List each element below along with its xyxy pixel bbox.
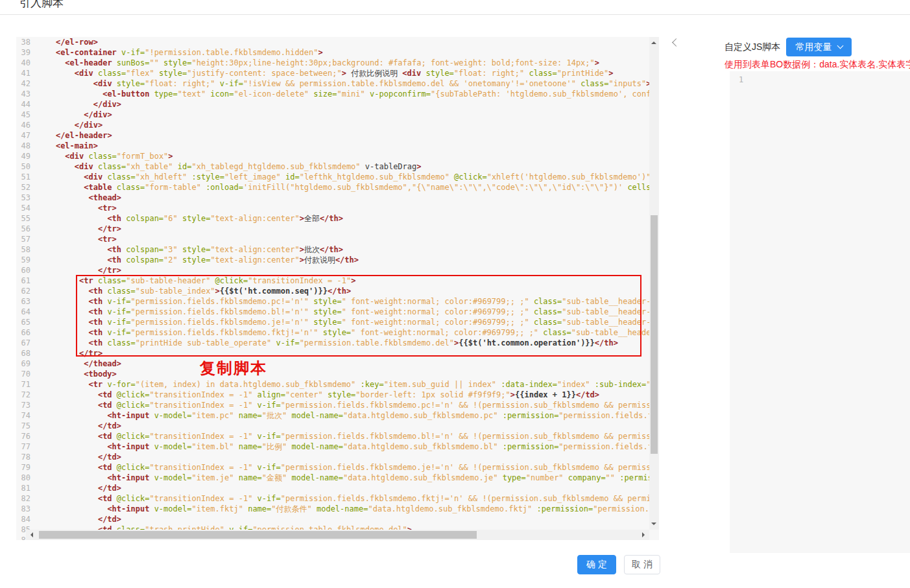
- line-number: 46: [16, 120, 30, 130]
- line-content: </el-header>: [37, 130, 112, 141]
- code-line: 68 </tr>: [16, 348, 659, 359]
- line-number: 83: [16, 504, 30, 514]
- line-number: 54: [16, 203, 30, 213]
- code-line: 66 <th v-if="permission.fields.fkblsmdem…: [16, 327, 659, 338]
- line-content: <th colspan="3" style="text-align:center…: [37, 244, 343, 255]
- vertical-scrollbar[interactable]: [649, 37, 659, 530]
- code-line: 52 <table class="form-table" :onload='in…: [16, 182, 659, 193]
- line-content: </tr>: [37, 224, 121, 234]
- dialog-header: 引入脚本: [0, 0, 910, 15]
- line-content: <table class="form-table" :onload='initF…: [37, 182, 659, 193]
- line-number: 63: [16, 296, 30, 307]
- line-number: 80: [16, 473, 30, 483]
- line-content: </td>: [37, 452, 121, 462]
- line-number: 52: [16, 182, 30, 193]
- line-number: 39: [16, 47, 30, 58]
- code-lines-container: 38 </el-row>39 <el-container v-if="!perm…: [16, 37, 659, 540]
- line-content: <th colspan="6" style="text-align:center…: [37, 213, 343, 224]
- code-line: 56 </tr>: [16, 224, 659, 234]
- line-content: </div>: [37, 120, 102, 130]
- line-number: 40: [16, 58, 30, 68]
- code-line: 72 <td @click="transitionIndex = -1" ali…: [16, 390, 659, 400]
- line-content: <ht-input v-model="item.bl" name="比例" mo…: [37, 441, 659, 452]
- code-line: 73 <td @click="transitionIndex = -1" v-i…: [16, 400, 659, 410]
- scroll-up-icon[interactable]: [651, 39, 656, 44]
- line-content: <td @click="transitionIndex = -1" v-if="…: [37, 400, 659, 410]
- line-content: <tbody>: [37, 369, 117, 379]
- line-content: <th v-if="permission.fields.fkblsmdemo.j…: [37, 317, 659, 327]
- line-content: </tr>: [37, 348, 102, 359]
- line-content: </td>: [37, 483, 121, 493]
- code-line: 74 <ht-input v-model="item.pc" name="批次"…: [16, 410, 659, 421]
- common-vars-button[interactable]: 常用变量: [786, 38, 852, 56]
- line-number: 78: [16, 452, 30, 462]
- copy-script-label: 复制脚本: [200, 363, 267, 373]
- line-content: </td>: [37, 421, 121, 431]
- line-content: <el-main>: [37, 141, 98, 151]
- code-line: 38 </el-row>: [16, 37, 659, 47]
- line-content: <div class="flex" style="justify-content…: [37, 68, 614, 78]
- code-line: 71 <tr v-for="(item, index) in data.htgl…: [16, 379, 659, 390]
- line-content: </td>: [37, 514, 121, 524]
- line-number: 49: [16, 151, 30, 161]
- horizontal-scrollbar[interactable]: [26, 530, 649, 540]
- line-content: <el-header sunBos="" style="height:30px;…: [37, 58, 599, 68]
- code-line: 44 </div>: [16, 99, 659, 110]
- code-line: 76 <td @click="transitionIndex = -1" v-i…: [16, 431, 659, 441]
- js-script-editor[interactable]: 1: [730, 71, 910, 553]
- line-number: 45: [16, 110, 30, 120]
- code-line: 53 <thead>: [16, 193, 659, 203]
- code-line: 51 <div class="xh_hdleft" :style="left_i…: [16, 172, 659, 182]
- code-line: 61 <tr class="sub-table-header" @click="…: [16, 276, 659, 286]
- scroll-right-icon[interactable]: [642, 532, 647, 537]
- line-content: </el-row>: [37, 37, 98, 47]
- collapse-panel-button[interactable]: [669, 36, 682, 49]
- confirm-button[interactable]: 确 定: [577, 555, 616, 574]
- line-content: <ht-input v-model="item.pc" name="批次" mo…: [37, 410, 659, 421]
- line-number: 66: [16, 327, 30, 338]
- code-line: 40 <el-header sunBos="" style="height:30…: [16, 58, 659, 68]
- line-number: 47: [16, 130, 30, 141]
- scroll-left-icon[interactable]: [28, 532, 33, 537]
- code-line: 60 </tr>: [16, 265, 659, 276]
- code-line: 45 </div>: [16, 110, 659, 120]
- line-content: <el-container v-if="!permission.table.fk…: [37, 47, 323, 58]
- code-line: 84 </td>: [16, 514, 659, 524]
- line-number: 57: [16, 234, 30, 244]
- line-number: 76: [16, 431, 30, 441]
- line-content: <td @click="transitionIndex = -1" v-if="…: [37, 462, 659, 473]
- code-line: 39 <el-container v-if="!permission.table…: [16, 47, 659, 58]
- code-line: 43 <el-button type="text" icon="el-icon-…: [16, 89, 659, 99]
- line-content: <td @click="transitionIndex = -1" v-if="…: [37, 431, 659, 441]
- code-line: 64 <th v-if="permission.fields.fkblsmdem…: [16, 307, 659, 317]
- code-line: 67 <th class="printHide sub-table_operat…: [16, 338, 659, 348]
- line-number: 51: [16, 172, 30, 182]
- cancel-button[interactable]: 取 消: [624, 555, 660, 574]
- line-content: </thead>: [37, 359, 121, 369]
- code-line: 62 <th class="sub-table_index">{{$t('ht.…: [16, 286, 659, 296]
- code-line: 59 <th colspan="2" style="text-align:cen…: [16, 255, 659, 265]
- code-line: 46 </div>: [16, 120, 659, 130]
- scroll-down-icon[interactable]: [651, 523, 656, 528]
- line-content: <div style="float: right;" v-if="!isView…: [37, 78, 651, 89]
- line-number: 84: [16, 514, 30, 524]
- vertical-scroll-thumb[interactable]: [651, 215, 658, 454]
- horizontal-scroll-thumb[interactable]: [39, 531, 477, 539]
- chevron-left-icon: [672, 38, 680, 47]
- template-code-editor[interactable]: 38 </el-row>39 <el-container v-if="!perm…: [16, 37, 659, 540]
- line-number: 41: [16, 68, 30, 78]
- code-line: 47 </el-header>: [16, 130, 659, 141]
- line-number: 70: [16, 369, 30, 379]
- line-number: 71: [16, 379, 30, 390]
- line-content: <thead>: [37, 193, 121, 203]
- code-line: 80 <ht-input v-model="item.je" name="金额"…: [16, 473, 659, 483]
- common-vars-label: 常用变量: [796, 41, 832, 53]
- line-number: 72: [16, 390, 30, 400]
- line-content: </div>: [37, 110, 112, 120]
- line-content: <th v-if="permission.fields.fkblsmdemo.f…: [37, 327, 659, 338]
- custom-js-panel: 自定义JS脚本 常用变量 使用到表单BO数据例：data.实体表名.实体表字段 …: [724, 36, 910, 554]
- code-line: 83 <ht-input v-model="item.fktj" name="付…: [16, 504, 659, 514]
- line-number: 44: [16, 99, 30, 110]
- line-number: 64: [16, 307, 30, 317]
- line-number: 62: [16, 286, 30, 296]
